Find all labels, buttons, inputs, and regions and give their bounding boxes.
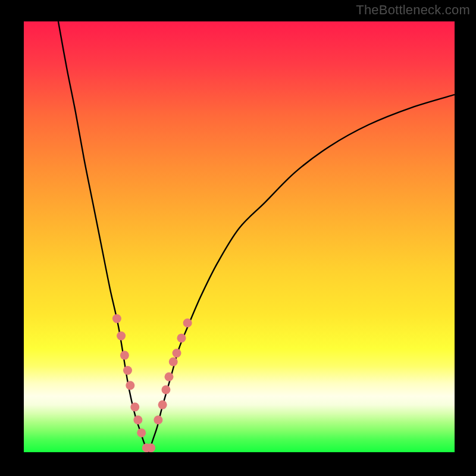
left-curve	[58, 21, 149, 452]
chart-root: TheBottleneck.com	[0, 0, 476, 476]
marker-dot	[133, 415, 142, 424]
chart-svg	[24, 21, 455, 452]
marker-dot	[146, 443, 155, 452]
marker-dot	[158, 400, 167, 409]
marker-cluster	[112, 314, 192, 452]
marker-dot	[177, 334, 186, 343]
marker-dot	[173, 349, 181, 358]
marker-dot	[183, 318, 192, 327]
marker-dot	[126, 381, 134, 390]
marker-dot	[120, 351, 129, 360]
right-curve	[149, 95, 455, 452]
marker-dot	[112, 314, 121, 323]
marker-dot	[164, 372, 173, 381]
attribution-text: TheBottleneck.com	[356, 2, 470, 18]
marker-dot	[130, 402, 139, 411]
marker-dot	[137, 428, 146, 437]
marker-dot	[161, 386, 170, 394]
marker-dot	[154, 415, 162, 424]
marker-dot	[117, 331, 126, 340]
plot-area	[24, 21, 455, 452]
marker-dot	[169, 357, 178, 366]
marker-dot	[123, 366, 132, 375]
